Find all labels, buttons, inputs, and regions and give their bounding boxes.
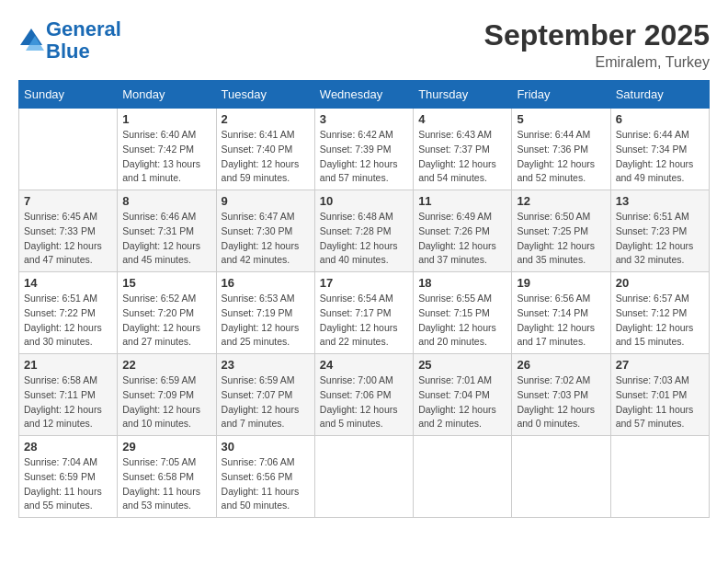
calendar-cell [19,109,118,190]
day-number: 12 [517,194,605,208]
weekday-header: Tuesday [216,81,314,109]
day-number: 23 [222,358,310,372]
calendar-cell: 10Sunrise: 6:48 AM Sunset: 7:28 PM Dayli… [314,190,413,272]
day-info: Sunrise: 6:53 AM Sunset: 7:19 PM Dayligh… [222,292,310,350]
day-number: 5 [517,112,605,126]
day-number: 15 [122,276,210,290]
calendar-cell [314,436,413,518]
calendar-cell: 20Sunrise: 6:57 AM Sunset: 7:12 PM Dayli… [610,272,709,354]
calendar-cell: 29Sunrise: 7:05 AM Sunset: 6:58 PM Dayli… [118,436,216,518]
calendar-cell [610,436,709,518]
logo: General Blue [18,18,121,63]
day-number: 7 [24,194,112,208]
calendar-cell: 21Sunrise: 6:58 AM Sunset: 7:11 PM Dayli… [19,354,118,436]
calendar-cell [512,436,610,518]
weekday-header: Sunday [19,81,118,109]
calendar-cell: 25Sunrise: 7:01 AM Sunset: 7:04 PM Dayli… [414,354,512,436]
day-number: 11 [418,194,506,208]
calendar-cell: 17Sunrise: 6:54 AM Sunset: 7:17 PM Dayli… [314,272,413,354]
day-number: 25 [418,358,506,372]
calendar-table: SundayMondayTuesdayWednesdayThursdayFrid… [18,80,710,518]
calendar-cell: 15Sunrise: 6:52 AM Sunset: 7:20 PM Dayli… [118,272,216,354]
day-info: Sunrise: 7:02 AM Sunset: 7:03 PM Dayligh… [517,373,605,431]
day-number: 26 [517,358,605,372]
day-info: Sunrise: 6:57 AM Sunset: 7:12 PM Dayligh… [616,292,704,350]
day-number: 13 [616,194,704,208]
day-number: 3 [320,112,408,126]
day-info: Sunrise: 6:44 AM Sunset: 7:34 PM Dayligh… [616,128,704,186]
day-number: 22 [122,358,210,372]
title-area: September 2025 Emiralem, Turkey [484,18,710,71]
day-info: Sunrise: 6:49 AM Sunset: 7:26 PM Dayligh… [418,210,506,268]
day-info: Sunrise: 7:05 AM Sunset: 6:58 PM Dayligh… [122,455,210,513]
calendar-cell: 13Sunrise: 6:51 AM Sunset: 7:23 PM Dayli… [610,190,709,272]
day-number: 18 [418,276,506,290]
day-number: 17 [320,276,408,290]
page-header: General Blue September 2025 Emiralem, Tu… [18,18,710,71]
day-info: Sunrise: 6:42 AM Sunset: 7:39 PM Dayligh… [320,128,408,186]
weekday-header: Thursday [414,81,512,109]
day-info: Sunrise: 7:03 AM Sunset: 7:01 PM Dayligh… [616,373,704,431]
calendar-cell [414,436,512,518]
day-info: Sunrise: 7:06 AM Sunset: 6:56 PM Dayligh… [222,455,310,513]
logo-icon [18,27,44,52]
weekday-header: Saturday [610,81,709,109]
calendar-cell: 30Sunrise: 7:06 AM Sunset: 6:56 PM Dayli… [216,436,314,518]
calendar-cell: 24Sunrise: 7:00 AM Sunset: 7:06 PM Dayli… [314,354,413,436]
calendar-week-row: 1Sunrise: 6:40 AM Sunset: 7:42 PM Daylig… [19,109,710,190]
day-info: Sunrise: 6:48 AM Sunset: 7:28 PM Dayligh… [320,210,408,268]
calendar-cell: 28Sunrise: 7:04 AM Sunset: 6:59 PM Dayli… [19,436,118,518]
day-number: 20 [616,276,704,290]
calendar-cell: 1Sunrise: 6:40 AM Sunset: 7:42 PM Daylig… [118,109,216,190]
day-info: Sunrise: 7:00 AM Sunset: 7:06 PM Dayligh… [320,373,408,431]
calendar-week-row: 7Sunrise: 6:45 AM Sunset: 7:33 PM Daylig… [19,190,710,272]
day-info: Sunrise: 7:04 AM Sunset: 6:59 PM Dayligh… [24,455,112,513]
day-number: 4 [418,112,506,126]
day-info: Sunrise: 6:44 AM Sunset: 7:36 PM Dayligh… [517,128,605,186]
weekday-header: Wednesday [314,81,413,109]
day-info: Sunrise: 6:45 AM Sunset: 7:33 PM Dayligh… [24,210,112,268]
weekday-header: Monday [118,81,216,109]
weekday-header: Friday [512,81,610,109]
day-info: Sunrise: 6:59 AM Sunset: 7:09 PM Dayligh… [122,373,210,431]
calendar-cell: 12Sunrise: 6:50 AM Sunset: 7:25 PM Dayli… [512,190,610,272]
day-number: 1 [122,112,210,126]
calendar-cell: 5Sunrise: 6:44 AM Sunset: 7:36 PM Daylig… [512,109,610,190]
day-info: Sunrise: 6:47 AM Sunset: 7:30 PM Dayligh… [222,210,310,268]
day-info: Sunrise: 6:55 AM Sunset: 7:15 PM Dayligh… [418,292,506,350]
calendar-week-row: 14Sunrise: 6:51 AM Sunset: 7:22 PM Dayli… [19,272,710,354]
calendar-cell: 3Sunrise: 6:42 AM Sunset: 7:39 PM Daylig… [314,109,413,190]
day-number: 29 [122,440,210,454]
day-number: 27 [616,358,704,372]
day-info: Sunrise: 7:01 AM Sunset: 7:04 PM Dayligh… [418,373,506,431]
day-info: Sunrise: 6:40 AM Sunset: 7:42 PM Dayligh… [122,128,210,186]
month-title: September 2025 [484,18,710,52]
day-number: 2 [222,112,310,126]
calendar-week-row: 21Sunrise: 6:58 AM Sunset: 7:11 PM Dayli… [19,354,710,436]
day-info: Sunrise: 6:51 AM Sunset: 7:23 PM Dayligh… [616,210,704,268]
calendar-cell: 8Sunrise: 6:46 AM Sunset: 7:31 PM Daylig… [118,190,216,272]
calendar-cell: 22Sunrise: 6:59 AM Sunset: 7:09 PM Dayli… [118,354,216,436]
day-info: Sunrise: 6:50 AM Sunset: 7:25 PM Dayligh… [517,210,605,268]
calendar-cell: 16Sunrise: 6:53 AM Sunset: 7:19 PM Dayli… [216,272,314,354]
day-number: 30 [222,440,310,454]
calendar-cell: 26Sunrise: 7:02 AM Sunset: 7:03 PM Dayli… [512,354,610,436]
day-info: Sunrise: 6:41 AM Sunset: 7:40 PM Dayligh… [222,128,310,186]
day-number: 21 [24,358,112,372]
calendar-cell: 4Sunrise: 6:43 AM Sunset: 7:37 PM Daylig… [414,109,512,190]
day-info: Sunrise: 6:59 AM Sunset: 7:07 PM Dayligh… [222,373,310,431]
logo-text: General Blue [46,18,121,63]
calendar-week-row: 28Sunrise: 7:04 AM Sunset: 6:59 PM Dayli… [19,436,710,518]
day-info: Sunrise: 6:46 AM Sunset: 7:31 PM Dayligh… [122,210,210,268]
day-number: 14 [24,276,112,290]
day-number: 24 [320,358,408,372]
day-number: 19 [517,276,605,290]
location: Emiralem, Turkey [484,54,710,71]
calendar-cell: 7Sunrise: 6:45 AM Sunset: 7:33 PM Daylig… [19,190,118,272]
day-number: 9 [222,194,310,208]
day-info: Sunrise: 6:43 AM Sunset: 7:37 PM Dayligh… [418,128,506,186]
calendar-cell: 18Sunrise: 6:55 AM Sunset: 7:15 PM Dayli… [414,272,512,354]
calendar-cell: 14Sunrise: 6:51 AM Sunset: 7:22 PM Dayli… [19,272,118,354]
calendar-cell: 11Sunrise: 6:49 AM Sunset: 7:26 PM Dayli… [414,190,512,272]
day-number: 28 [24,440,112,454]
